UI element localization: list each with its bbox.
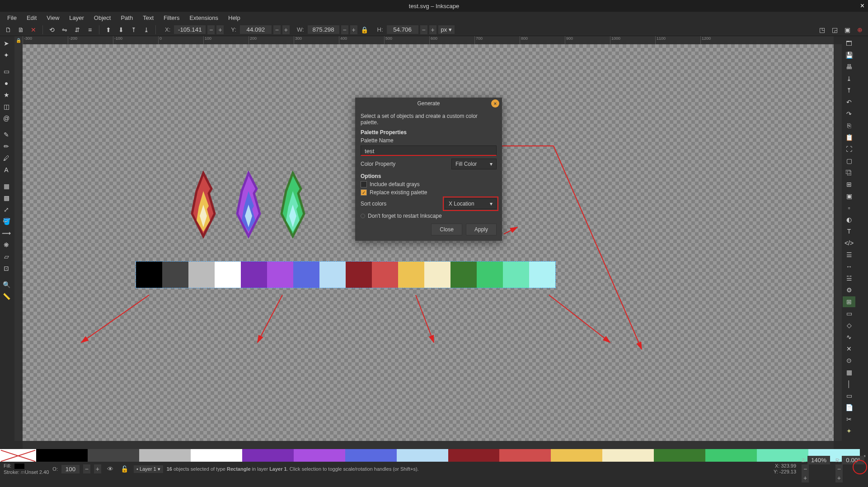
transform-icon[interactable]: ◳ xyxy=(816,24,827,35)
menu-filters[interactable]: Filters xyxy=(159,13,184,23)
zoom-fit-icon[interactable]: ⛶ xyxy=(843,144,855,155)
snap-bbox-icon[interactable]: ▭ xyxy=(843,308,855,319)
import-icon[interactable]: ⤓ xyxy=(843,73,855,84)
replace-palette-checkbox[interactable]: ✓ xyxy=(361,189,367,196)
measure-tool-icon[interactable]: 📏 xyxy=(0,291,13,302)
h-plus-button[interactable]: + xyxy=(429,25,436,34)
zoom-tool-icon[interactable]: 🔍 xyxy=(0,279,13,290)
palette-swatch[interactable] xyxy=(448,449,500,462)
spray-tool-icon[interactable]: ❋ xyxy=(0,239,13,250)
misc-icon[interactable]: ✦ xyxy=(843,426,855,436)
fill-stroke-icon[interactable]: ◐ xyxy=(843,214,855,225)
menu-edit[interactable]: Edit xyxy=(22,13,41,23)
star-tool-icon[interactable]: ★ xyxy=(0,89,13,100)
swatch[interactable] xyxy=(267,262,293,288)
undo-icon[interactable]: ↶ xyxy=(843,97,855,108)
paste-icon[interactable]: 📋 xyxy=(843,132,855,143)
include-grays-checkbox[interactable] xyxy=(361,181,367,187)
dialog-close-button[interactable]: × xyxy=(491,99,499,108)
layer-visible-icon[interactable]: 👁 xyxy=(105,464,116,474)
menu-extensions[interactable]: Extensions xyxy=(185,13,223,23)
corner-icon[interactable]: ◲ xyxy=(829,24,840,35)
ruler-horizontal[interactable]: -300-200-1000100200300400500600700800900… xyxy=(23,36,834,44)
flip-v-icon[interactable]: ⇵ xyxy=(72,24,83,35)
selector-tool-icon[interactable]: ➤ xyxy=(0,38,13,49)
zoom-input[interactable] xyxy=(807,456,830,464)
palette-name-input[interactable] xyxy=(361,145,497,156)
w-input[interactable] xyxy=(308,25,339,34)
menu-help[interactable]: Help xyxy=(224,13,245,23)
palette-swatch[interactable] xyxy=(397,449,448,462)
swatch[interactable] xyxy=(398,262,424,288)
opacity-input[interactable] xyxy=(61,465,80,473)
scrollbar-horizontal[interactable] xyxy=(23,441,834,449)
stroke-value[interactable]: Unset xyxy=(25,469,38,475)
lower-icon[interactable]: ⬇ xyxy=(116,24,127,35)
dialog-apply-btn[interactable]: Apply xyxy=(466,224,497,235)
prefs-icon[interactable]: ⚙ xyxy=(843,285,855,295)
x-minus-button[interactable]: − xyxy=(207,25,215,34)
palette-swatch[interactable] xyxy=(139,449,191,462)
move-icon[interactable]: ⊕ xyxy=(854,24,865,35)
text-props-icon[interactable]: T xyxy=(843,226,855,237)
raise-icon[interactable]: ⬆ xyxy=(103,24,114,35)
swatch[interactable] xyxy=(162,262,188,288)
rot-plus[interactable]: + xyxy=(835,473,843,482)
zoom-page-icon[interactable]: ▢ xyxy=(843,155,855,166)
snap-guide-icon[interactable]: │ xyxy=(843,379,855,389)
copy-icon[interactable]: ⎘ xyxy=(843,120,855,131)
tweak-tool-icon[interactable]: ⟿ xyxy=(0,228,13,239)
fill-swatch[interactable] xyxy=(14,464,24,469)
snap-enable-icon[interactable]: ⊞ xyxy=(843,296,855,307)
gradient-tool-icon[interactable]: ▦ xyxy=(0,181,13,192)
group-icon[interactable]: ▣ xyxy=(843,191,855,201)
align-icon[interactable]: ≡ xyxy=(84,24,95,35)
x-input[interactable] xyxy=(174,25,206,34)
3dbox-tool-icon[interactable]: ◫ xyxy=(0,101,13,112)
menu-object[interactable]: Object xyxy=(89,13,116,23)
mesh-tool-icon[interactable]: ▩ xyxy=(0,192,13,203)
palette-swatch[interactable] xyxy=(242,449,294,462)
swatch[interactable] xyxy=(293,262,319,288)
duplicate-icon[interactable]: ⿻ xyxy=(843,167,855,178)
scrollbar-vertical[interactable] xyxy=(834,44,842,441)
layer-lock-icon[interactable]: 🔓 xyxy=(119,464,130,474)
rotate-icon[interactable]: ⟲ xyxy=(47,24,57,35)
zoom-minus[interactable]: − xyxy=(802,464,809,473)
close-icon[interactable]: ✕ xyxy=(28,24,39,35)
save-icon[interactable]: 💾 xyxy=(843,50,855,61)
ruler-vertical[interactable] xyxy=(14,44,23,441)
swatch[interactable] xyxy=(346,262,372,288)
clone-icon[interactable]: ⊞ xyxy=(843,179,855,190)
menu-path[interactable]: Path xyxy=(116,13,137,23)
open-dialog-icon[interactable]: 🗔 xyxy=(843,38,855,49)
swatch[interactable] xyxy=(319,262,346,288)
layer-select[interactable]: • Layer 1 ▾ xyxy=(134,465,163,473)
bezier-tool-icon[interactable]: ✎ xyxy=(0,129,13,140)
units-select[interactable]: px ▾ xyxy=(438,25,455,34)
menu-file[interactable]: File xyxy=(3,13,21,23)
export-icon[interactable]: ⤒ xyxy=(843,85,855,96)
flame-red[interactable] xyxy=(185,171,221,239)
y-minus-button[interactable]: − xyxy=(273,25,281,34)
connector-tool-icon[interactable]: ⊡ xyxy=(0,263,13,274)
swatch[interactable] xyxy=(215,262,241,288)
y-plus-button[interactable]: + xyxy=(282,25,290,34)
menu-text[interactable]: Text xyxy=(138,13,158,23)
menu-layer[interactable]: Layer xyxy=(65,13,89,23)
swatch-selection[interactable] xyxy=(136,261,556,288)
palette-swatch[interactable] xyxy=(499,449,551,462)
doc-props-icon[interactable]: 📄 xyxy=(843,402,855,413)
swatch[interactable] xyxy=(372,262,398,288)
palette-swatch[interactable] xyxy=(345,449,397,462)
redo-icon[interactable]: ↷ xyxy=(843,108,855,119)
raise-top-icon[interactable]: ⤒ xyxy=(128,24,139,35)
menu-view[interactable]: View xyxy=(42,13,64,23)
align-dist-icon[interactable]: ☰ xyxy=(843,249,855,260)
palette-swatch[interactable] xyxy=(88,449,139,462)
open-file-icon[interactable]: 🗎 xyxy=(15,24,26,35)
palette-swatch[interactable] xyxy=(602,449,654,462)
print-icon[interactable]: 🖶 xyxy=(843,61,855,72)
swatch[interactable] xyxy=(241,262,267,288)
swatch[interactable] xyxy=(450,262,477,288)
